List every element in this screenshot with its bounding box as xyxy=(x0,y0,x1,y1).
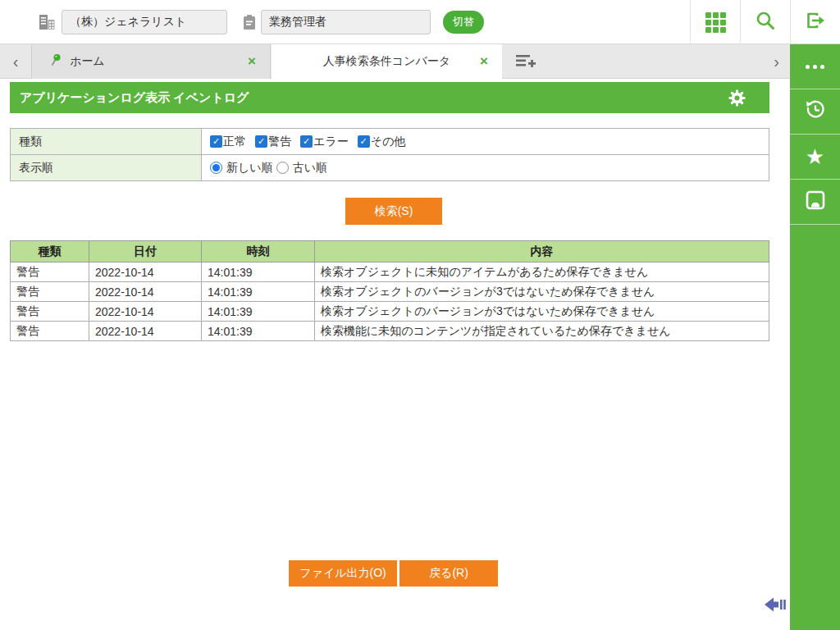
radio-unselected-icon xyxy=(276,162,289,174)
cell-time: 14:01:39 xyxy=(202,322,315,341)
more-menu-button[interactable] xyxy=(790,44,840,89)
tabs-scroll-left-button[interactable]: ‹ xyxy=(0,44,31,79)
checkbox-warning[interactable]: 警告 xyxy=(255,135,291,149)
col-header-type: 種類 xyxy=(11,241,89,262)
grid-icon xyxy=(705,12,726,33)
filter-row-order: 表示順 新しい順 古い順 xyxy=(11,155,769,181)
cell-time: 14:01:39 xyxy=(202,262,315,282)
table-row[interactable]: 警告 2022-10-14 14:01:39 検索オブジェクトのバージョンが3で… xyxy=(11,302,769,322)
main-content: アプリケーションログ表示 イベントログ 種類 xyxy=(0,79,790,630)
col-header-date: 日付 xyxy=(89,241,202,262)
tab-converter-close-icon[interactable]: × xyxy=(476,53,492,70)
inbox-button[interactable] xyxy=(790,180,840,225)
checkbox-error[interactable]: エラー xyxy=(300,135,349,149)
page-title-bar: アプリケーションログ表示 イベントログ xyxy=(10,82,769,113)
right-sidebar: ★ xyxy=(790,44,840,630)
table-row[interactable]: 警告 2022-10-14 14:01:39 検索オブジェクトに未知のアイテムが… xyxy=(11,262,769,282)
cell-date: 2022-10-14 xyxy=(89,262,202,282)
event-log-table: 種類 日付 時刻 内容 警告 2022-10-14 14:01:39 検索オブジ… xyxy=(10,240,769,341)
checkbox-checked-icon xyxy=(255,135,267,148)
top-bar: 切替 xyxy=(0,0,840,44)
cell-type: 警告 xyxy=(11,322,89,341)
checkbox-checked-icon xyxy=(300,135,313,148)
cell-content: 検索オブジェクトのバージョンが3ではないため保存できません xyxy=(315,302,769,322)
checkbox-checked-icon xyxy=(358,135,370,148)
logout-icon xyxy=(804,10,827,34)
switch-button[interactable]: 切替 xyxy=(443,11,484,34)
search-submit-button[interactable]: 検索(S) xyxy=(345,198,442,225)
cell-date: 2022-10-14 xyxy=(89,322,202,341)
history-button[interactable] xyxy=(790,89,840,135)
order-label: 表示順 xyxy=(11,155,202,181)
history-icon xyxy=(803,98,828,126)
checkbox-error-label: エラー xyxy=(313,135,349,149)
radio-oldest-label: 古い順 xyxy=(293,161,327,176)
cell-time: 14:01:39 xyxy=(202,302,315,322)
tabs-scroll-right-button[interactable]: › xyxy=(763,44,790,79)
tab-converter-label: 人事検索条件コンバータ xyxy=(323,54,450,69)
cell-date: 2022-10-14 xyxy=(89,302,202,322)
cell-date: 2022-10-14 xyxy=(89,282,202,302)
radio-newest-first[interactable]: 新しい順 xyxy=(210,161,273,176)
cell-type: 警告 xyxy=(11,282,89,302)
checkbox-other[interactable]: その他 xyxy=(358,135,406,149)
favorites-button[interactable]: ★ xyxy=(790,135,840,180)
tab-home-close-icon[interactable]: × xyxy=(244,53,260,70)
cell-type: 警告 xyxy=(11,302,89,322)
checkbox-normal-label: 正常 xyxy=(223,135,246,149)
cell-type: 警告 xyxy=(11,262,89,282)
tab-home-label: ホーム xyxy=(70,54,105,69)
tray-icon xyxy=(804,189,827,215)
radio-oldest-first[interactable]: 古い順 xyxy=(276,161,327,176)
tab-home[interactable]: ホーム × xyxy=(31,44,271,79)
col-header-content: 内容 xyxy=(315,241,769,262)
checkbox-warning-label: 警告 xyxy=(268,135,291,149)
filter-row-type: 種類 正常 警告 エラー xyxy=(11,129,769,155)
role-input[interactable] xyxy=(261,10,431,34)
radio-selected-icon xyxy=(210,162,222,174)
table-row[interactable]: 警告 2022-10-14 14:01:39 検索オブジェクトのバージョンが3で… xyxy=(11,282,769,302)
cell-content: 検索オブジェクトのバージョンが3ではないため保存できません xyxy=(315,282,769,302)
filter-form: 種類 正常 警告 エラー xyxy=(10,128,769,181)
file-output-button[interactable]: ファイル出力(O) xyxy=(289,560,397,587)
checkbox-normal[interactable]: 正常 xyxy=(210,135,246,149)
table-row[interactable]: 警告 2022-10-14 14:01:39 検索機能に未知のコンテンツが指定さ… xyxy=(11,322,769,341)
collapse-arrow-icon xyxy=(763,604,789,618)
add-tab-button[interactable] xyxy=(513,52,541,71)
checkbox-other-label: その他 xyxy=(371,135,406,149)
tab-bar: ‹ ホーム × 人事検索条件コンバータ × xyxy=(0,44,790,79)
search-icon xyxy=(755,10,776,34)
star-icon: ★ xyxy=(806,146,824,167)
company-icon xyxy=(38,13,57,34)
company-input[interactable] xyxy=(62,10,227,34)
page-title: アプリケーションログ表示 イベントログ xyxy=(10,90,249,106)
radio-newest-label: 新しい順 xyxy=(226,161,273,176)
type-label: 種類 xyxy=(11,129,202,155)
checkbox-checked-icon xyxy=(210,135,222,148)
cell-content: 検索機能に未知のコンテンツが指定されているため保存できません xyxy=(315,322,769,341)
settings-gear-icon[interactable] xyxy=(728,89,746,111)
role-icon xyxy=(241,13,258,34)
col-header-time: 時刻 xyxy=(202,241,315,262)
ellipsis-icon xyxy=(806,65,824,69)
application-window: 切替 ‹ xyxy=(0,0,840,630)
back-button[interactable]: 戻る(R) xyxy=(399,560,498,587)
tab-converter[interactable]: 人事検索条件コンバータ × xyxy=(272,44,502,79)
pushpin-icon xyxy=(50,53,62,70)
cell-content: 検索オブジェクトに未知のアイテムがあるため保存できません xyxy=(315,262,769,282)
search-button[interactable] xyxy=(740,0,790,44)
collapse-panel-button[interactable] xyxy=(763,594,789,615)
logout-button[interactable] xyxy=(790,0,840,44)
table-header-row: 種類 日付 時刻 内容 xyxy=(11,241,769,262)
cell-time: 14:01:39 xyxy=(202,282,315,302)
apps-menu-button[interactable] xyxy=(690,0,740,44)
